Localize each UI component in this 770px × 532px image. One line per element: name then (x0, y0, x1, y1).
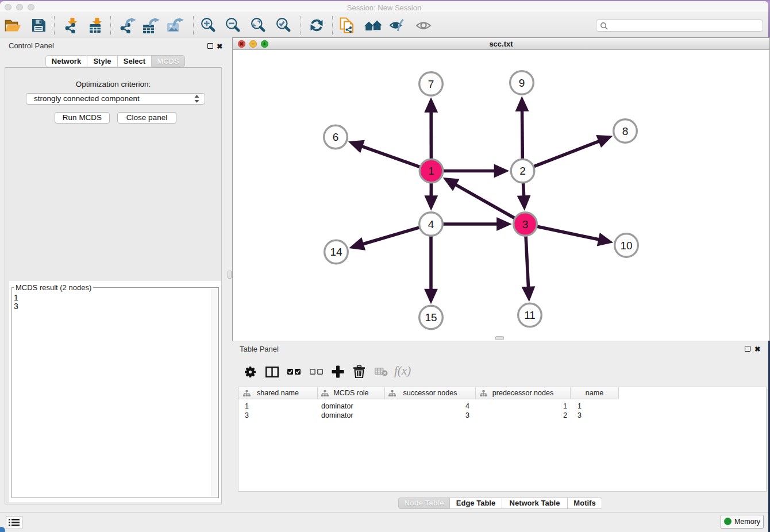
svg-text:9: 9 (519, 77, 525, 89)
svg-text:6: 6 (333, 131, 339, 143)
svg-text:10: 10 (620, 240, 632, 252)
svg-text:1: 1 (428, 165, 434, 177)
svg-text:14: 14 (330, 246, 342, 258)
svg-text:4: 4 (428, 218, 434, 230)
svg-text:15: 15 (425, 311, 437, 323)
svg-text:11: 11 (524, 309, 536, 321)
svg-text:7: 7 (428, 78, 434, 90)
svg-text:2: 2 (519, 165, 526, 177)
svg-text:3: 3 (522, 218, 529, 230)
svg-text:8: 8 (622, 125, 629, 137)
